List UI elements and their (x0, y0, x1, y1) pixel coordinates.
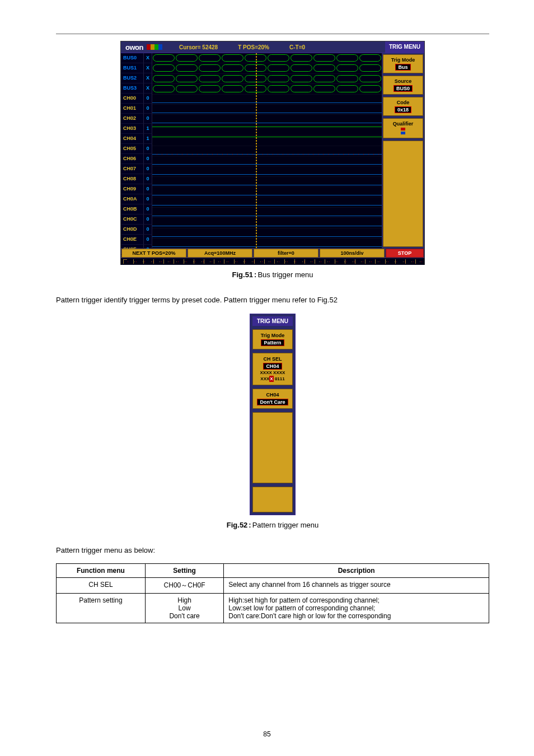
overview-waveform (121, 258, 424, 265)
fig-51-caption: Fig.51:Bus trigger menu (56, 270, 489, 279)
menu2-empty-bottom (252, 487, 293, 512)
ch-val: 0 (143, 94, 152, 104)
time-div: 100ns/div (320, 249, 385, 258)
ch-val: 0 (143, 214, 152, 225)
ch-val: 0 (143, 194, 152, 204)
ch-val: X (143, 53, 152, 63)
ch-label: CH02 (121, 114, 143, 124)
pattern-paragraph: Pattern trigger identify trigger terms b… (56, 295, 489, 306)
ch-val: X (143, 73, 152, 83)
la-bottom-bar: NEXT T POS=20% Acq=100MHz filter=0 100ns… (121, 248, 424, 258)
fig-number: Fig.51 (232, 270, 254, 279)
menu2-chsel[interactable]: CH SEL CH04 XXXX XXXX XXXX 0111 (252, 353, 293, 385)
menu2-empty (252, 412, 293, 483)
channel-labels: BUS0 BUS1 BUS2 BUS3 CH00 CH01 CH02 CH03 … (121, 53, 143, 248)
ch-label: CH08 (121, 174, 143, 184)
ch-label: CH05 (121, 144, 143, 154)
td-func: CH SEL (57, 578, 146, 594)
ch-val: 0 (143, 164, 152, 174)
fig-number: Fig.52 (227, 521, 248, 529)
ch-val: 0 (143, 235, 152, 245)
menu2-pattern-line2: XXXX 0111 (254, 376, 291, 382)
ch-label: CH01 (121, 104, 143, 114)
ch-label: CH07 (121, 164, 143, 174)
ch-val: 0 (143, 114, 152, 124)
filter-value: filter=0 (254, 249, 318, 258)
table-intro-paragraph: Pattern trigger menu as below: (56, 545, 489, 556)
source-box[interactable]: Source BUS0 (383, 76, 423, 95)
cursor-value: Cursor= 52428 (179, 44, 218, 50)
source-value: BUS0 (394, 85, 413, 92)
td-setting: High Low Don't care (145, 594, 223, 623)
pattern-menu-screenshot: TRIG MENU Trig Mode Pattern CH SEL CH04 … (250, 314, 296, 515)
ch-label: BUS0 (121, 53, 143, 63)
ch-val: 0 (143, 225, 152, 235)
trig-menu-header: TRIG MENU (385, 41, 424, 53)
ch-val: 0 (143, 154, 152, 164)
ch-val: 0 (143, 104, 152, 114)
ch-val: X (143, 83, 152, 94)
fig-text: Bus trigger menu (257, 270, 313, 279)
table-row: CH SEL CH00～CH0F Select any channel from… (57, 578, 489, 594)
menu2-ch04[interactable]: CH04 Don't Care (252, 389, 293, 409)
qualifier-icon (401, 128, 405, 134)
ch-label: CH0B (121, 204, 143, 214)
ch-label: CH09 (121, 184, 143, 194)
ch-label: CH0C (121, 214, 143, 225)
td-func: Pattern setting (57, 594, 146, 623)
menu2-trig-mode-value: Pattern (261, 339, 284, 346)
code-value: 0x18 (395, 106, 411, 113)
ch-val: 1 (143, 134, 152, 144)
menu2-chsel-label: CH SEL (254, 356, 291, 362)
la-top-info: Cursor= 52428 T POS=20% C-T=0 (179, 44, 385, 50)
menu2-trig-mode-label: Trig Mode (254, 333, 291, 338)
menu2-ch04-value: Don't Care (257, 399, 288, 405)
qualifier-label: Qualifier (385, 121, 421, 127)
ch-label: CH00 (121, 94, 143, 104)
menu2-trig-mode[interactable]: Trig Mode Pattern (252, 329, 293, 349)
pattern-trigger-table: Function menu Setting Description CH SEL… (56, 563, 489, 623)
time-ticks (152, 153, 382, 156)
acq-rate: Acq=100MHz (188, 249, 252, 258)
ch-label: CH03 (121, 124, 143, 134)
fig-52-caption: Fig.52:Pattern trigger menu (56, 521, 489, 529)
td-desc: High:set high for pattern of correspondi… (224, 594, 489, 623)
ch-label: CH04 (121, 134, 143, 144)
ch-label: BUS1 (121, 63, 143, 73)
tpos-value: T POS=20% (238, 44, 269, 50)
menu2-ch04-label: CH04 (254, 392, 291, 398)
ch-val: 0 (143, 144, 152, 154)
empty-menu-slot (383, 141, 423, 247)
ch-val: X (143, 63, 152, 73)
next-tpos: NEXT T POS=20% (121, 249, 186, 258)
ch-label: CH06 (121, 154, 143, 164)
color-strip (147, 44, 162, 50)
channel-values: X X X X 0 0 0 1 1 0 0 0 0 0 0 0 0 0 0 0 (143, 53, 152, 248)
qualifier-box[interactable]: Qualifier (383, 118, 423, 138)
th-setting: Setting (145, 564, 223, 578)
th-description: Description (224, 564, 489, 578)
ch-label: BUS3 (121, 83, 143, 94)
fig-text: Pattern trigger menu (252, 521, 319, 529)
ch-val: 0 (143, 204, 152, 214)
waveform-area (152, 53, 382, 248)
stop-button[interactable]: STOP (386, 249, 424, 258)
ch-val: 1 (143, 124, 152, 134)
ch-label: CH0E (121, 235, 143, 245)
menu2-chsel-value: CH04 (263, 363, 282, 370)
trig-mode-box[interactable]: Trig Mode Bus (383, 54, 423, 73)
trig-mode-value: Bus (395, 64, 410, 71)
ct-value: C-T=0 (289, 44, 305, 50)
ch-val: 0 (143, 184, 152, 194)
table-header-row: Function menu Setting Description (57, 564, 489, 578)
td-desc: Select any channel from 16 channels as t… (224, 578, 489, 594)
code-box[interactable]: Code 0x18 (383, 97, 423, 116)
table-row: Pattern setting High Low Don't care High… (57, 594, 489, 623)
ch-val: 0 (143, 174, 152, 184)
owon-logo: owon (125, 43, 143, 52)
la-topbar: owon Cursor= 52428 T POS=20% C-T=0 TRIG … (121, 41, 424, 53)
ch-label: CH0A (121, 194, 143, 204)
source-label: Source (385, 78, 421, 84)
menu2-header: TRIG MENU (252, 316, 293, 326)
th-function: Function menu (57, 564, 146, 578)
